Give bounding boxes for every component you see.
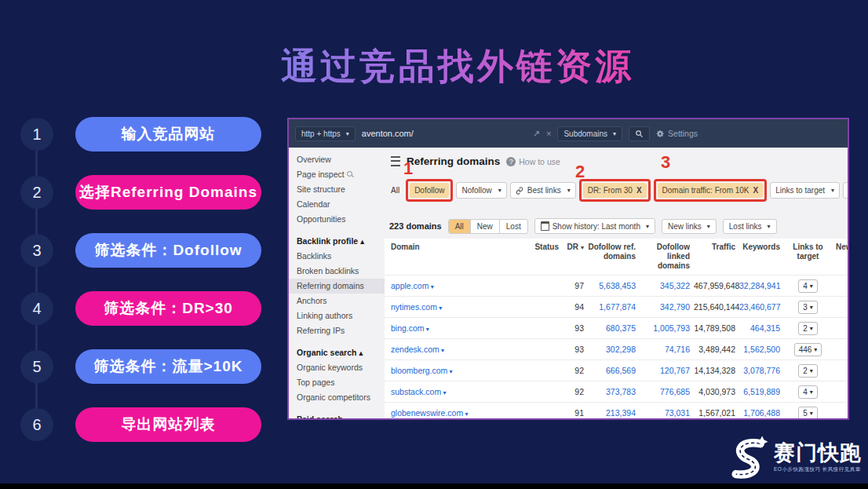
remove-filter-icon[interactable]: X	[636, 186, 642, 195]
cell-dofollow-linked[interactable]: 73,031	[640, 403, 694, 421]
cell-dofollow-ref[interactable]: 666,569	[588, 360, 640, 381]
cell-dofollow-linked[interactable]: 345,322	[640, 276, 694, 297]
domain-link[interactable]: bing.com	[391, 323, 429, 333]
filter-links-to-target-dropdown[interactable]: Links to target	[770, 182, 840, 199]
sidebar-item-calendar[interactable]: Calendar	[289, 197, 385, 212]
cell-dofollow-ref[interactable]: 680,375	[588, 318, 640, 339]
sidebar-section-backlink-profile[interactable]: Backlink profile ▴	[289, 234, 385, 249]
cell-traffic: 4,030,973	[694, 381, 739, 403]
col-header-dofollow-ref[interactable]: Dofollow ref. domains	[588, 240, 640, 276]
sidebar-item-overview[interactable]: Overview	[289, 152, 385, 167]
filter-traffic-chip[interactable]: Domain traffic: From 10K X	[658, 183, 764, 198]
col-header-new[interactable]: New	[836, 240, 848, 276]
brand-name: 赛门快跑	[774, 443, 862, 464]
col-header-links-to-target[interactable]: Links to target	[784, 240, 836, 276]
cell-keywords[interactable]: 23,460,677	[739, 297, 784, 318]
filter-nofollow-dropdown[interactable]: Nofollow	[456, 182, 506, 199]
show-history-dropdown[interactable]: Show history: Last month	[534, 218, 655, 234]
magnifier-icon	[347, 171, 354, 178]
cell-keywords[interactable]: 1,706,488	[739, 403, 784, 421]
col-header-dr-sorted[interactable]: DR	[563, 240, 588, 276]
cell-dofollow-ref[interactable]: 373,783	[588, 381, 640, 403]
cell-dofollow-ref[interactable]: 1,677,874	[588, 297, 640, 318]
sidebar-item-organic-competitors[interactable]: Organic competitors	[289, 390, 385, 405]
cell-keywords[interactable]: 464,315	[739, 318, 784, 339]
open-in-new-tab-icon[interactable]: ↗	[533, 129, 540, 139]
filter-dr-chip[interactable]: DR: From 30 X	[583, 183, 647, 198]
cell-dofollow-ref[interactable]: 5,638,453	[588, 276, 640, 297]
filter-bar: All Dofollow Nofollow Best links DR: Fro…	[388, 179, 848, 202]
links-to-target-button[interactable]: 2	[798, 322, 818, 335]
step-label-pill: 选择Referring Domains	[75, 175, 261, 210]
step-4: 4 筛选条件：DR>30	[0, 291, 283, 326]
segment-all[interactable]: All	[449, 220, 471, 233]
sidebar-section-paid-search[interactable]: Paid search ▴	[289, 412, 385, 420]
sidebar-item-organic-keywords[interactable]: Organic keywords	[289, 360, 385, 375]
cell-keywords[interactable]: 1,562,500	[739, 339, 784, 360]
new-links-dropdown[interactable]: New links	[662, 219, 717, 234]
sidebar-section-organic-search[interactable]: Organic search ▴	[289, 345, 385, 360]
sidebar-item-referring-ips[interactable]: Referring IPs	[289, 323, 385, 338]
cell-dofollow-ref[interactable]: 302,298	[588, 339, 640, 360]
filter-all-button[interactable]: All	[388, 183, 403, 198]
target-url-input[interactable]: aventon.com/	[362, 129, 527, 138]
domain-link[interactable]: bloomberg.com	[391, 366, 453, 375]
subdomains-dropdown[interactable]: Subdomains	[557, 126, 622, 141]
menu-icon[interactable]	[391, 156, 400, 166]
domain-link[interactable]: apple.com	[391, 281, 434, 290]
links-to-target-button[interactable]: 2	[798, 364, 818, 378]
domain-link[interactable]: globenewswire.com	[391, 408, 468, 418]
sidebar-item-anchors[interactable]: Anchors	[289, 294, 385, 308]
cell-dofollow-linked[interactable]: 776,685	[640, 381, 694, 403]
domain-link[interactable]: zendesk.com	[391, 345, 444, 354]
filter-dofollow-button[interactable]: Dofollow	[410, 183, 449, 198]
sidebar-item-linking-authors[interactable]: Linking authors	[289, 308, 385, 323]
col-header-keywords[interactable]: Keywords	[739, 240, 784, 276]
remove-filter-icon[interactable]: X	[753, 186, 759, 195]
cell-keywords[interactable]: 6,519,889	[739, 381, 784, 403]
cell-dofollow-linked[interactable]: 1,005,793	[640, 318, 694, 339]
cell-dofollow-ref[interactable]: 213,394	[588, 403, 640, 421]
cell-dr: 91	[563, 403, 588, 421]
cell-keywords[interactable]: 3,078,776	[739, 360, 784, 381]
keyword-search-box[interactable]	[843, 182, 848, 199]
sidebar-item-top-pages[interactable]: Top pages	[289, 375, 385, 390]
cell-traffic: 3,489,442	[694, 339, 739, 360]
links-to-target-button[interactable]: 3	[798, 301, 818, 314]
link-icon	[516, 187, 523, 195]
settings-button[interactable]: Settings	[656, 129, 698, 138]
domain-link[interactable]: nytimes.com	[391, 302, 442, 312]
links-to-target-button[interactable]: 446	[794, 343, 822, 356]
lost-links-dropdown[interactable]: Lost links	[723, 219, 777, 234]
cell-status	[528, 403, 563, 421]
col-header-traffic[interactable]: Traffic	[694, 240, 739, 276]
links-to-target-button[interactable]: 4	[798, 385, 818, 399]
cell-dofollow-linked[interactable]: 120,767	[640, 360, 694, 381]
sidebar-item-broken-backlinks[interactable]: Broken backlinks	[289, 264, 385, 279]
protocol-dropdown[interactable]: http + https	[295, 126, 356, 141]
search-submit-button[interactable]	[629, 126, 650, 141]
links-to-target-button[interactable]: 4	[798, 279, 818, 293]
links-to-target-button[interactable]: 5	[798, 407, 818, 420]
clear-url-icon[interactable]: ×	[546, 129, 551, 138]
cell-status	[528, 276, 563, 297]
domain-link[interactable]: substack.com	[391, 387, 446, 396]
how-to-use-link[interactable]: ? How to use	[506, 157, 560, 166]
cell-dofollow-linked[interactable]: 342,790	[640, 297, 694, 318]
segment-lost[interactable]: Lost	[500, 220, 527, 233]
col-header-status[interactable]: Status	[528, 240, 563, 276]
cell-keywords[interactable]: 32,284,941	[739, 276, 784, 297]
sidebar-item-page-inspect[interactable]: Page inspect	[289, 167, 385, 182]
sidebar-item-backlinks[interactable]: Backlinks	[289, 249, 385, 264]
all-new-lost-segmented: All New Lost	[448, 219, 528, 234]
cell-dofollow-linked[interactable]: 74,716	[640, 339, 694, 360]
col-header-dofollow-linked[interactable]: Dofollow linked domains	[640, 240, 694, 276]
sidebar-item-site-structure[interactable]: Site structure	[289, 182, 385, 197]
cell-dr: 93	[563, 318, 588, 339]
segment-new[interactable]: New	[471, 220, 500, 233]
col-header-domain[interactable]: Domain	[385, 240, 528, 276]
sidebar-item-referring-domains[interactable]: Referring domains	[289, 279, 385, 294]
s-road-logo-icon	[728, 436, 769, 480]
sidebar-item-opportunities[interactable]: Opportunities	[289, 212, 385, 227]
filter-best-links-dropdown[interactable]: Best links	[510, 182, 576, 199]
